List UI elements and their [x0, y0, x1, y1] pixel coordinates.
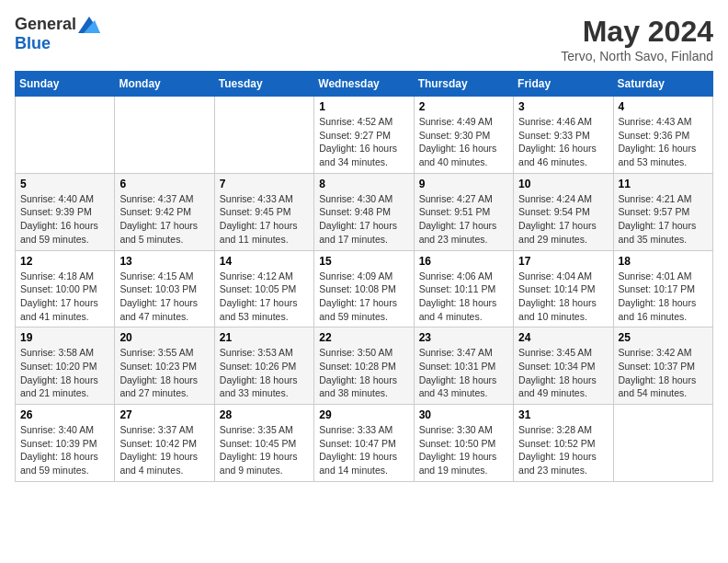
month-title: May 2024: [561, 15, 713, 49]
day-info: Sunrise: 3:35 AM Sunset: 10:45 PM Daylig…: [220, 423, 309, 477]
day-number: 21: [220, 331, 309, 344]
day-info: Sunrise: 4:37 AM Sunset: 9:42 PM Dayligh…: [119, 192, 209, 247]
day-number: 31: [518, 408, 608, 421]
header-wednesday: Wednesday: [314, 72, 414, 97]
day-info: Sunrise: 3:42 AM Sunset: 10:37 PM Daylig…: [619, 346, 708, 400]
day-number: 18: [619, 255, 708, 268]
day-info: Sunrise: 3:50 AM Sunset: 10:28 PM Daylig…: [319, 346, 408, 400]
day-number: 29: [319, 408, 408, 421]
table-cell: 16Sunrise: 4:06 AM Sunset: 10:11 PM Dayl…: [414, 250, 513, 327]
table-cell: 10Sunrise: 4:24 AM Sunset: 9:54 PM Dayli…: [514, 173, 613, 250]
day-number: 11: [619, 178, 708, 190]
day-info: Sunrise: 4:24 AM Sunset: 9:54 PM Dayligh…: [518, 192, 608, 247]
week-row-1: 1Sunrise: 4:52 AM Sunset: 9:27 PM Daylig…: [16, 97, 713, 174]
table-cell: 31Sunrise: 3:28 AM Sunset: 10:52 PM Dayl…: [514, 405, 613, 482]
week-row-2: 5Sunrise: 4:40 AM Sunset: 9:39 PM Daylig…: [16, 173, 713, 250]
day-info: Sunrise: 4:46 AM Sunset: 9:33 PM Dayligh…: [518, 115, 608, 169]
day-info: Sunrise: 4:40 AM Sunset: 9:39 PM Dayligh…: [20, 192, 109, 247]
day-info: Sunrise: 4:49 AM Sunset: 9:30 PM Dayligh…: [419, 115, 508, 169]
calendar-header: SundayMondayTuesdayWednesdayThursdayFrid…: [16, 72, 713, 97]
table-cell: 20Sunrise: 3:55 AM Sunset: 10:23 PM Dayl…: [115, 327, 214, 405]
table-cell: 26Sunrise: 3:40 AM Sunset: 10:39 PM Dayl…: [16, 405, 115, 482]
day-info: Sunrise: 3:55 AM Sunset: 10:23 PM Daylig…: [119, 346, 209, 400]
day-number: 10: [518, 178, 608, 190]
table-cell: 23Sunrise: 3:47 AM Sunset: 10:31 PM Dayl…: [414, 327, 513, 405]
day-info: Sunrise: 4:21 AM Sunset: 9:57 PM Dayligh…: [619, 192, 708, 247]
week-row-3: 12Sunrise: 4:18 AM Sunset: 10:00 PM Dayl…: [16, 250, 713, 327]
day-info: Sunrise: 4:18 AM Sunset: 10:00 PM Daylig…: [20, 270, 109, 324]
day-number: 15: [319, 255, 408, 268]
day-info: Sunrise: 4:15 AM Sunset: 10:03 PM Daylig…: [119, 270, 209, 324]
day-info: Sunrise: 3:53 AM Sunset: 10:26 PM Daylig…: [220, 346, 309, 400]
day-info: Sunrise: 3:37 AM Sunset: 10:42 PM Daylig…: [119, 423, 209, 477]
day-number: 14: [220, 255, 309, 268]
table-cell: 14Sunrise: 4:12 AM Sunset: 10:05 PM Dayl…: [214, 250, 313, 327]
day-number: 3: [518, 100, 608, 113]
week-row-5: 26Sunrise: 3:40 AM Sunset: 10:39 PM Dayl…: [16, 405, 713, 482]
day-number: 12: [20, 255, 109, 268]
table-cell: [214, 97, 313, 174]
logo: General Blue: [15, 15, 100, 53]
location-subtitle: Tervo, North Savo, Finland: [561, 49, 713, 63]
table-cell: 18Sunrise: 4:01 AM Sunset: 10:17 PM Dayl…: [613, 250, 712, 327]
header-monday: Monday: [115, 72, 214, 97]
day-number: 4: [619, 100, 708, 113]
table-cell: 11Sunrise: 4:21 AM Sunset: 9:57 PM Dayli…: [613, 173, 712, 250]
table-cell: 30Sunrise: 3:30 AM Sunset: 10:50 PM Dayl…: [414, 405, 513, 482]
header-thursday: Thursday: [414, 72, 513, 97]
day-number: 16: [419, 255, 508, 268]
table-cell: 7Sunrise: 4:33 AM Sunset: 9:45 PM Daylig…: [214, 173, 313, 250]
header-friday: Friday: [514, 72, 613, 97]
page-header: General Blue May 2024 Tervo, North Savo,…: [15, 15, 713, 63]
table-cell: 2Sunrise: 4:49 AM Sunset: 9:30 PM Daylig…: [414, 97, 513, 174]
day-info: Sunrise: 4:33 AM Sunset: 9:45 PM Dayligh…: [220, 192, 309, 247]
day-info: Sunrise: 4:27 AM Sunset: 9:51 PM Dayligh…: [419, 192, 508, 247]
day-number: 13: [119, 255, 209, 268]
table-cell: 28Sunrise: 3:35 AM Sunset: 10:45 PM Dayl…: [214, 405, 313, 482]
day-number: 26: [20, 408, 109, 421]
day-info: Sunrise: 4:43 AM Sunset: 9:36 PM Dayligh…: [619, 115, 708, 169]
day-number: 24: [518, 331, 608, 344]
table-cell: 17Sunrise: 4:04 AM Sunset: 10:14 PM Dayl…: [514, 250, 613, 327]
table-cell: 8Sunrise: 4:30 AM Sunset: 9:48 PM Daylig…: [314, 173, 414, 250]
day-number: 25: [619, 331, 708, 344]
day-number: 1: [319, 100, 408, 113]
table-cell: 13Sunrise: 4:15 AM Sunset: 10:03 PM Dayl…: [115, 250, 214, 327]
day-number: 27: [119, 408, 209, 421]
day-number: 2: [419, 100, 508, 113]
table-cell: 3Sunrise: 4:46 AM Sunset: 9:33 PM Daylig…: [514, 97, 613, 174]
header-sunday: Sunday: [16, 72, 115, 97]
day-info: Sunrise: 4:52 AM Sunset: 9:27 PM Dayligh…: [319, 115, 408, 169]
day-number: 20: [119, 331, 209, 344]
day-number: 9: [419, 178, 508, 190]
day-number: 30: [419, 408, 508, 421]
day-info: Sunrise: 3:47 AM Sunset: 10:31 PM Daylig…: [419, 346, 508, 400]
table-cell: [16, 97, 115, 174]
header-row: SundayMondayTuesdayWednesdayThursdayFrid…: [16, 72, 713, 97]
day-info: Sunrise: 3:30 AM Sunset: 10:50 PM Daylig…: [419, 423, 508, 477]
day-number: 23: [419, 331, 508, 344]
logo-general-text: General: [15, 15, 76, 34]
title-block: May 2024 Tervo, North Savo, Finland: [561, 15, 713, 63]
table-cell: 15Sunrise: 4:09 AM Sunset: 10:08 PM Dayl…: [314, 250, 414, 327]
table-cell: 12Sunrise: 4:18 AM Sunset: 10:00 PM Dayl…: [16, 250, 115, 327]
day-info: Sunrise: 3:33 AM Sunset: 10:47 PM Daylig…: [319, 423, 408, 477]
day-info: Sunrise: 4:01 AM Sunset: 10:17 PM Daylig…: [619, 270, 708, 324]
table-cell: [613, 405, 712, 482]
table-cell: 1Sunrise: 4:52 AM Sunset: 9:27 PM Daylig…: [314, 97, 414, 174]
week-row-4: 19Sunrise: 3:58 AM Sunset: 10:20 PM Dayl…: [16, 327, 713, 405]
day-number: 17: [518, 255, 608, 268]
day-info: Sunrise: 4:30 AM Sunset: 9:48 PM Dayligh…: [319, 192, 408, 247]
table-cell: 27Sunrise: 3:37 AM Sunset: 10:42 PM Dayl…: [115, 405, 214, 482]
day-number: 22: [319, 331, 408, 344]
calendar-body: 1Sunrise: 4:52 AM Sunset: 9:27 PM Daylig…: [16, 97, 713, 482]
header-tuesday: Tuesday: [214, 72, 313, 97]
day-info: Sunrise: 3:40 AM Sunset: 10:39 PM Daylig…: [20, 423, 109, 477]
day-number: 7: [220, 178, 309, 190]
day-number: 6: [119, 178, 209, 190]
day-info: Sunrise: 4:04 AM Sunset: 10:14 PM Daylig…: [518, 270, 608, 324]
table-cell: 19Sunrise: 3:58 AM Sunset: 10:20 PM Dayl…: [16, 327, 115, 405]
day-info: Sunrise: 4:09 AM Sunset: 10:08 PM Daylig…: [319, 270, 408, 324]
day-info: Sunrise: 4:06 AM Sunset: 10:11 PM Daylig…: [419, 270, 508, 324]
day-info: Sunrise: 3:45 AM Sunset: 10:34 PM Daylig…: [518, 346, 608, 400]
